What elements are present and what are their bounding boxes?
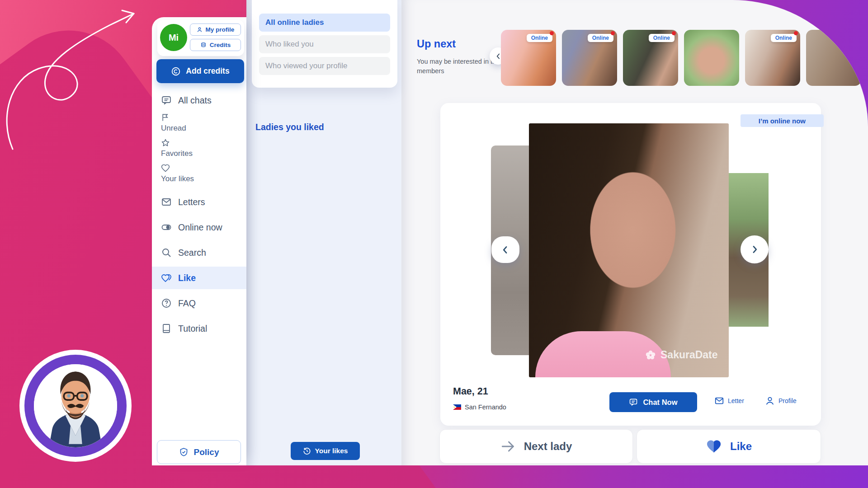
- member-location: San Fernando: [453, 404, 506, 411]
- sidebar-item-your-likes[interactable]: Your likes: [161, 164, 194, 183]
- account-card: Mi My profile Credits: [157, 20, 244, 56]
- notification-dot: [794, 31, 798, 35]
- chevron-right-icon: [750, 245, 759, 254]
- section-title: Ladies you liked: [255, 122, 324, 132]
- user-portrait: [19, 350, 132, 462]
- question-circle-icon: [161, 298, 172, 309]
- history-icon: [303, 447, 311, 455]
- chat-now-button[interactable]: Chat Now: [609, 392, 697, 412]
- credit-coin-icon: [171, 66, 181, 76]
- likes-filter-card: All online ladies Who liked you Who view…: [252, 0, 397, 88]
- tab-who-liked-you[interactable]: Who liked you: [259, 35, 390, 53]
- upnext-thumbnail[interactable]: [684, 30, 739, 86]
- toggle-icon: [161, 222, 172, 233]
- arrow-doodle: [0, 0, 154, 190]
- sidebar: Mi My profile Credits Add credits All ch…: [152, 17, 246, 465]
- tab-who-viewed-your-profile[interactable]: Who viewed your profile: [259, 57, 390, 75]
- chevron-left-icon: [501, 245, 510, 254]
- avatar[interactable]: Mi: [160, 24, 187, 51]
- portrait-illustration: [34, 364, 117, 447]
- notification-dot: [672, 31, 676, 35]
- your-likes-button[interactable]: Your likes: [291, 442, 360, 460]
- envelope-icon: [714, 396, 724, 406]
- upnext-title: Up next: [417, 38, 456, 50]
- chats-icon: [161, 95, 172, 106]
- photo-next-button[interactable]: [741, 235, 769, 263]
- chat-icon: [629, 398, 638, 407]
- envelope-icon: [161, 197, 172, 207]
- star-icon: [161, 138, 170, 147]
- like-button[interactable]: Like: [637, 429, 821, 464]
- sidebar-item-unread[interactable]: Unread: [161, 113, 186, 133]
- upnext-thumbnail[interactable]: Online: [501, 30, 556, 86]
- sidebar-item-search[interactable]: Search: [161, 244, 206, 261]
- notification-dot: [611, 31, 615, 35]
- book-icon: [161, 323, 172, 334]
- double-heart-icon: [161, 272, 172, 283]
- avatar-initials: Mi: [169, 33, 179, 43]
- person-icon: [197, 27, 203, 33]
- profile-card: I’m online now SakuraDate Mae, 21 San Fe…: [440, 103, 821, 426]
- philippines-flag-icon: [453, 404, 461, 410]
- search-icon: [161, 247, 172, 258]
- policy-button[interactable]: Policy: [157, 440, 241, 464]
- sidebar-item-letters[interactable]: Letters: [161, 194, 205, 210]
- person-icon: [765, 396, 775, 406]
- member-name-age: Mae, 21: [453, 386, 488, 397]
- page: Mi My profile Credits Add credits All ch…: [0, 0, 868, 488]
- sidebar-item-online-now[interactable]: Online now: [161, 219, 222, 235]
- online-badge: Online: [527, 34, 552, 42]
- coins-icon: [200, 42, 207, 48]
- upnext-thumbnail[interactable]: Online: [623, 30, 678, 86]
- tab-all-online-ladies[interactable]: All online ladies: [259, 14, 390, 32]
- profile-button[interactable]: Profile: [765, 396, 797, 406]
- upnext-thumbnail[interactable]: [806, 30, 861, 86]
- notification-dot: [550, 31, 554, 35]
- upnext-thumbnail[interactable]: Online: [562, 30, 617, 86]
- online-badge: Online: [588, 34, 613, 42]
- sidebar-item-like[interactable]: Like: [152, 267, 246, 289]
- member-photo: [806, 30, 861, 86]
- member-photo: [684, 30, 739, 86]
- watermark: SakuraDate: [645, 349, 718, 361]
- online-now-badge: I’m online now: [741, 114, 824, 127]
- likes-panel: All online ladies Who liked you Who view…: [246, 0, 401, 465]
- main-area: Up next You may be interested in these m…: [401, 0, 868, 465]
- portrait-ring: [24, 355, 127, 457]
- sidebar-item-faq[interactable]: FAQ: [161, 295, 196, 311]
- credits-button[interactable]: Credits: [190, 39, 241, 51]
- heart-outline-icon: [161, 164, 170, 173]
- upnext-thumbnail[interactable]: Online: [745, 30, 800, 86]
- sidebar-item-tutorial[interactable]: Tutorial: [161, 320, 207, 337]
- next-lady-button[interactable]: Next lady: [439, 429, 633, 464]
- heart-icon: [706, 438, 722, 455]
- sakura-flower-icon: [645, 349, 656, 361]
- sidebar-item-favorites[interactable]: Favorites: [161, 138, 193, 158]
- add-credits-button[interactable]: Add credits: [156, 59, 244, 83]
- online-badge: Online: [771, 34, 797, 42]
- arrow-right-icon: [500, 439, 516, 454]
- photo-prev-button[interactable]: [491, 236, 519, 263]
- flag-icon: [161, 113, 170, 122]
- letter-button[interactable]: Letter: [714, 396, 744, 406]
- shield-check-icon: [179, 447, 189, 457]
- my-profile-button[interactable]: My profile: [190, 23, 241, 36]
- online-badge: Online: [649, 34, 675, 42]
- sidebar-item-all-chats[interactable]: All chats: [161, 92, 212, 108]
